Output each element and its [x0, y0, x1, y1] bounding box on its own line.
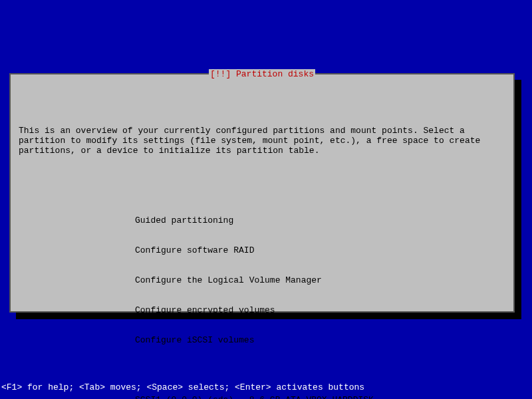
menu-encrypted[interactable]: Configure encrypted volumes — [135, 305, 505, 315]
menu-iscsi[interactable]: Configure iSCSI volumes — [135, 335, 505, 345]
menu-block: Guided partitioning Configure software R… — [135, 196, 505, 399]
partition-dialog: This is an overview of your currently co… — [9, 73, 515, 313]
menu-raid[interactable]: Configure software RAID — [135, 245, 505, 255]
intro-text: This is an overview of your currently co… — [19, 126, 505, 156]
spacer — [135, 365, 505, 375]
help-bar: <F1> for help; <Tab> moves; <Space> sele… — [1, 382, 364, 392]
menu-lvm[interactable]: Configure the Logical Volume Manager — [135, 275, 505, 285]
menu-guided[interactable]: Guided partitioning — [135, 215, 505, 225]
disk-device[interactable]: SCSI1 (0,0,0) (sda) - 8.6 GB ATA VBOX HA… — [135, 395, 505, 399]
